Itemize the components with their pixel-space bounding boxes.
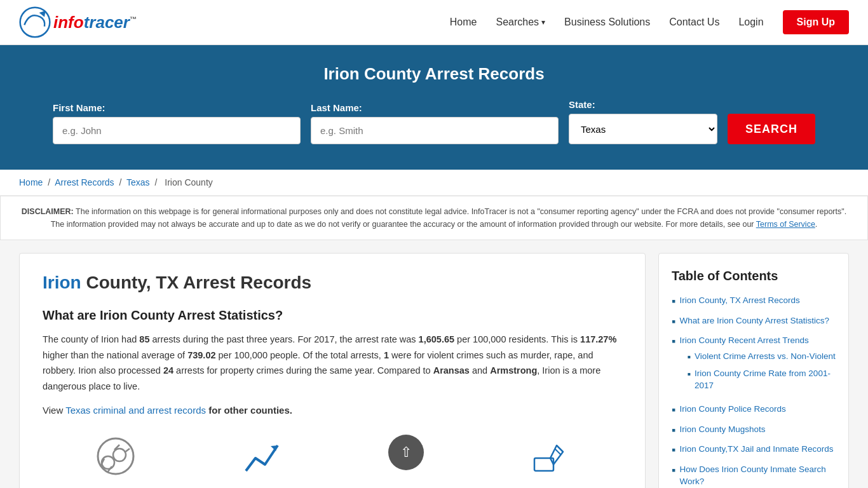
view-link-para: View Texas criminal and arrest records f… — [43, 405, 622, 416]
first-name-label: First Name: — [53, 102, 301, 113]
property-count: 24 — [163, 365, 173, 376]
national-avg: 739.02 — [187, 350, 215, 360]
logo-tm: ™ — [130, 15, 137, 23]
nav-home[interactable]: Home — [450, 17, 477, 28]
svg-point-1 — [98, 438, 133, 474]
violent-count: 1 — [384, 350, 389, 360]
nav-searches[interactable]: Searches ▾ — [496, 17, 545, 28]
state-label: State: — [569, 99, 717, 110]
main-container: Irion County, TX Arrest Records What are… — [0, 240, 868, 488]
toc-bullet: ▪ — [672, 464, 675, 478]
breadcrumb-arrest-records[interactable]: Arrest Records — [55, 177, 114, 187]
stats-paragraph: The county of Irion had 85 arrests durin… — [43, 332, 622, 395]
toc-link-2[interactable]: What are Irion County Arrest Statistics? — [679, 315, 829, 327]
toc-sub-link-1[interactable]: Violent Crime Arrests vs. Non-Violent — [695, 351, 836, 363]
hero-title: Irion County Arrest Records — [25, 64, 843, 84]
toc-bullet: ▪ — [672, 424, 675, 438]
toc-bullet: ▪ — [672, 295, 675, 309]
breadcrumb-home[interactable]: Home — [19, 177, 43, 187]
state-select[interactable]: Texas Alabama Alaska Arizona Arkansas Ca… — [569, 114, 717, 144]
login-button[interactable]: Login — [738, 17, 763, 28]
breadcrumb-sep2: / — [119, 177, 122, 187]
breadcrumb-texas[interactable]: Texas — [126, 177, 150, 187]
toc-sub-bullet: ▪ — [687, 368, 691, 380]
edit-icon — [526, 435, 571, 479]
county1: Aransas — [433, 365, 470, 376]
toc-item-3: ▪ Irion County Recent Arrest Trends ▪ Vi… — [672, 335, 836, 397]
toc-sub-bullet: ▪ — [687, 351, 691, 363]
disclaimer-text: The information on this webpage is for g… — [51, 207, 847, 229]
content-main-title: Irion County, TX Arrest Records — [43, 273, 622, 293]
view-link-suffix: for other counties. — [206, 405, 292, 416]
search-button[interactable]: SEARCH — [728, 114, 815, 144]
disclaimer-section: DISCLAIMER: The information on this webp… — [0, 196, 868, 240]
toc-link-6[interactable]: Irion County,TX Jail and Inmate Records — [679, 444, 833, 456]
toc-sub-item-1: ▪ Violent Crime Arrests vs. Non-Violent — [687, 351, 836, 363]
tos-link[interactable]: Terms of Service — [756, 220, 815, 229]
main-nav: Home Searches ▾ Business Solutions Conta… — [450, 10, 849, 34]
breadcrumb-irion-county: Irion County — [165, 177, 212, 187]
first-name-input[interactable] — [53, 117, 301, 144]
disclaimer-label: DISCLAIMER: — [22, 207, 74, 216]
toc-item-5: ▪ Irion County Mugshots — [672, 424, 836, 438]
toc-item-7: ▪ How Does Irion County Inmate Search Wo… — [672, 464, 836, 488]
state-group: State: Texas Alabama Alaska Arizona Arka… — [569, 99, 717, 144]
hero-section: Irion County Arrest Records First Name: … — [0, 45, 868, 170]
first-name-group: First Name: — [53, 102, 301, 144]
last-name-group: Last Name: — [311, 102, 559, 144]
toc-sub-list: ▪ Violent Crime Arrests vs. Non-Violent … — [679, 351, 836, 392]
title-highlight: Irion — [43, 273, 81, 292]
toc-bullet: ▪ — [672, 335, 675, 349]
icon-item-3[interactable]: ⇧ — [388, 435, 424, 479]
toc-bullet: ▪ — [672, 315, 675, 329]
svg-point-3 — [113, 449, 126, 461]
arrest-rate: 1,605.65 — [419, 334, 454, 344]
icons-row: ⇧ — [43, 428, 622, 479]
logo-tracer: tracer — [84, 13, 130, 32]
toc-list: ▪ Irion County, TX Arrest Records ▪ What… — [672, 295, 836, 488]
svg-line-7 — [125, 449, 130, 452]
icon-item-2 — [241, 435, 285, 479]
last-name-input[interactable] — [311, 117, 559, 144]
breadcrumb: Home / Arrest Records / Texas / Irion Co… — [0, 170, 868, 196]
disclaimer-period: . — [815, 220, 817, 229]
toc-sidebar: Table of Contents ▪ Irion County, TX Arr… — [658, 253, 849, 488]
toc-link-3[interactable]: Irion County Recent Arrest Trends — [679, 336, 808, 345]
texas-records-link[interactable]: Texas criminal and arrest records — [65, 405, 206, 416]
toc-sub-item-2: ▪ Irion County Crime Rate from 2001-2017 — [687, 368, 836, 392]
toc-link-5[interactable]: Irion County Mugshots — [679, 424, 765, 436]
toc-sub-link-2[interactable]: Irion County Crime Rate from 2001-2017 — [695, 368, 836, 392]
toc-link-7[interactable]: How Does Irion County Inmate Search Work… — [679, 464, 836, 488]
nav-business-solutions[interactable]: Business Solutions — [564, 17, 650, 28]
icon-gear — [94, 435, 139, 479]
signup-button[interactable]: Sign Up — [783, 10, 849, 34]
content-area: Irion County, TX Arrest Records What are… — [19, 253, 646, 488]
logo-info: info — [53, 13, 84, 32]
toc-item-4: ▪ Irion County Police Records — [672, 403, 836, 417]
toc-bullet: ▪ — [672, 444, 675, 458]
nav-contact-us[interactable]: Contact Us — [669, 17, 719, 28]
site-header: infotracer™ Home Searches ▾ Business Sol… — [0, 0, 868, 45]
toc-link-1[interactable]: Irion County, TX Arrest Records — [679, 295, 799, 307]
icon-item-4 — [526, 435, 571, 479]
view-link-prefix: View — [43, 405, 65, 416]
toc-item-2: ▪ What are Irion County Arrest Statistic… — [672, 315, 836, 329]
last-name-label: Last Name: — [311, 102, 559, 113]
logo[interactable]: infotracer™ — [19, 6, 137, 38]
toc-link-4[interactable]: Irion County Police Records — [679, 403, 785, 416]
chevron-down-icon: ▾ — [541, 18, 545, 27]
svg-point-2 — [102, 456, 114, 469]
county2: Armstrong — [490, 365, 537, 376]
trend-up-icon — [241, 435, 285, 479]
breadcrumb-sep1: / — [48, 177, 50, 187]
toc-item-6: ▪ Irion County,TX Jail and Inmate Record… — [672, 444, 836, 458]
toc-bullet: ▪ — [672, 403, 675, 417]
icon-item-1 — [94, 435, 139, 479]
arrests-count: 85 — [139, 334, 149, 344]
scroll-top-button[interactable]: ⇧ — [388, 435, 424, 470]
toc-title: Table of Contents — [672, 269, 836, 283]
higher-pct: 117.27% — [580, 334, 616, 344]
breadcrumb-sep3: / — [155, 177, 158, 187]
toc-item-1: ▪ Irion County, TX Arrest Records — [672, 295, 836, 309]
stats-heading: What are Irion County Arrest Statistics? — [43, 308, 622, 323]
